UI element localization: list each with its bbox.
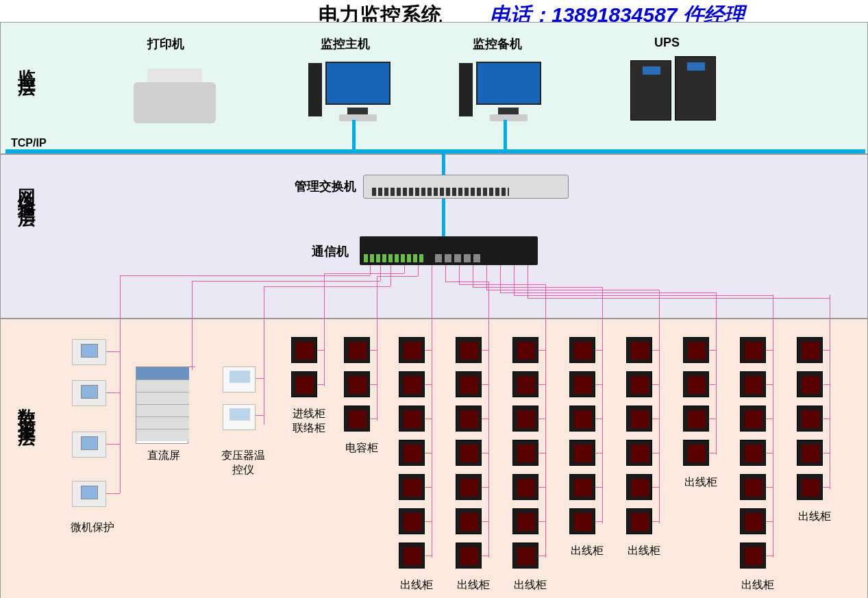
meter-icon [456, 406, 482, 432]
meter-icon [512, 543, 538, 569]
link-switch-comm [442, 199, 445, 238]
monitor-layer [0, 22, 868, 154]
relay-icon [72, 432, 106, 458]
meter-icon [399, 337, 425, 363]
meter-icon [344, 337, 370, 363]
ups-label: UPS [654, 36, 680, 50]
meter-icon [291, 371, 317, 397]
relay-icon [72, 481, 106, 507]
printer-icon [134, 68, 216, 123]
meter-icon [344, 406, 370, 432]
comm-icon [360, 236, 538, 265]
meter-icon [797, 440, 823, 466]
tempctrl-icon-2 [223, 404, 256, 430]
meter-icon [797, 337, 823, 363]
meter-col-label: 出线柜 [396, 578, 437, 593]
meter-col-label: 进线柜联络柜 [288, 407, 330, 436]
meter-icon [399, 406, 425, 432]
meter-icon [626, 508, 652, 534]
link-main [352, 120, 356, 151]
network-layer-label: 网络通信层 [15, 175, 39, 202]
meter-icon [456, 440, 482, 466]
meter-icon [569, 371, 595, 397]
meter-col-label: 出线柜 [453, 578, 494, 593]
protocol-label: TCP/IP [11, 137, 47, 149]
meter-icon [797, 474, 823, 500]
meter-icon [626, 406, 652, 432]
meter-icon [626, 474, 652, 500]
meter-icon [512, 337, 538, 363]
data-layer-label: 数据采集层 [15, 394, 39, 421]
meter-icon [626, 440, 652, 466]
meter-icon [626, 337, 652, 363]
tempctrl-icon [223, 366, 256, 393]
switch-icon [363, 175, 569, 199]
meter-icon [512, 474, 538, 500]
data-layer [0, 319, 868, 598]
meter-icon [797, 406, 823, 432]
ups-icon-2 [675, 56, 716, 121]
meter-icon [512, 406, 538, 432]
meter-icon [512, 508, 538, 534]
monitor-layer-label: 监控层 [15, 55, 39, 71]
meter-icon [456, 371, 482, 397]
relay-icon [72, 339, 106, 365]
meter-icon [683, 371, 709, 397]
host-backup-label: 监控备机 [473, 36, 522, 52]
meter-icon [399, 543, 425, 569]
link-to-switch [442, 152, 445, 177]
printer-label: 打印机 [147, 36, 184, 52]
meter-icon [344, 371, 370, 397]
ups-icon [630, 60, 671, 121]
temp-label: 变压器温控仪 [219, 449, 267, 477]
switch-label: 管理交换机 [295, 178, 356, 195]
meter-col-label: 出线柜 [737, 578, 778, 593]
host-main-icon [315, 62, 390, 120]
meter-icon [683, 440, 709, 466]
meter-icon [569, 337, 595, 363]
meter-icon [569, 440, 595, 466]
meter-icon [740, 406, 766, 432]
meter-icon [291, 337, 317, 363]
meter-icon [456, 508, 482, 534]
meter-icon [797, 371, 823, 397]
tcp-bus [5, 149, 865, 153]
meter-icon [569, 508, 595, 534]
meter-icon [740, 371, 766, 397]
meter-icon [740, 440, 766, 466]
meter-col-label: 出线柜 [510, 578, 551, 593]
host-backup-icon [466, 62, 541, 120]
meter-icon [456, 337, 482, 363]
meter-icon [569, 474, 595, 500]
meter-col-label: 电容柜 [341, 441, 382, 456]
relay-icon [72, 380, 106, 406]
relay-label: 微机保护 [71, 521, 114, 535]
meter-icon [399, 474, 425, 500]
meter-icon [626, 371, 652, 397]
meter-col-label: 出线柜 [567, 544, 608, 558]
dc-cabinet-icon [136, 366, 188, 444]
meter-icon [512, 371, 538, 397]
meter-icon [740, 474, 766, 500]
meter-icon [740, 508, 766, 534]
meter-icon [399, 440, 425, 466]
meter-col-label: 出线柜 [680, 475, 721, 490]
meter-icon [740, 543, 766, 569]
meter-icon [456, 543, 482, 569]
meter-icon [740, 337, 766, 363]
meter-icon [683, 406, 709, 432]
host-main-label: 监控主机 [321, 36, 370, 52]
comm-label: 通信机 [312, 243, 349, 260]
meter-icon [683, 337, 709, 363]
meter-icon [456, 474, 482, 500]
meter-icon [569, 406, 595, 432]
meter-col-label: 出线柜 [794, 510, 835, 524]
link-backup [504, 120, 507, 151]
meter-icon [512, 440, 538, 466]
meter-icon [399, 508, 425, 534]
dc-label: 直流屏 [147, 449, 180, 463]
meter-col-label: 出线柜 [623, 544, 665, 558]
meter-icon [399, 371, 425, 397]
